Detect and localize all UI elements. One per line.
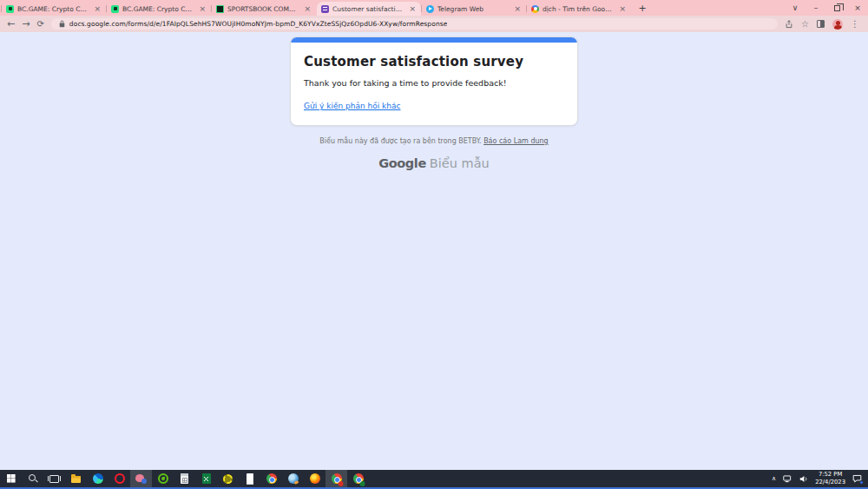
bookmark-star-icon[interactable]: ☆: [801, 19, 809, 29]
taskbar-antivirus-app[interactable]: [152, 470, 174, 487]
antivirus-icon: [156, 472, 169, 486]
menu-dots-icon[interactable]: ⋮: [851, 19, 859, 29]
reload-button[interactable]: ⟳: [36, 20, 43, 29]
tab-title: SPORTSBOOK COMMUNITY SUR: [227, 5, 299, 13]
tab-title: Customer satisfaction survey: [332, 5, 404, 13]
network-icon[interactable]: [783, 475, 792, 483]
tab-close-icon[interactable]: ×: [198, 5, 207, 13]
restore-button[interactable]: [826, 0, 847, 16]
tab-strip: BC.GAME: Crypto Casino Games × BC.GAME: …: [0, 0, 868, 16]
chrome-profile-2-icon: [352, 472, 365, 486]
bcgame-icon: [6, 5, 14, 13]
browser-tab[interactable]: SPORTSBOOK COMMUNITY SUR ×: [212, 2, 316, 16]
screen: BC.GAME: Crypto Casino Games × BC.GAME: …: [0, 0, 868, 489]
taskbar-task-view-button[interactable]: [43, 470, 65, 487]
forward-button[interactable]: →: [22, 19, 30, 29]
restore-icon: [834, 5, 840, 11]
taskbar-search-button[interactable]: [22, 470, 43, 487]
taskbar-start-button[interactable]: [0, 470, 22, 487]
globe-app-icon: [286, 472, 299, 486]
notification-badge: [859, 480, 864, 485]
opera-icon: [113, 472, 126, 486]
window-controls: ∨ – ×: [785, 0, 868, 16]
page-content: Customer satisfaction survey Thank you f…: [0, 32, 868, 470]
tab-close-icon[interactable]: ×: [513, 5, 522, 13]
task-view-icon: [48, 472, 61, 486]
form-title: Customer satisfaction survey: [304, 54, 564, 69]
firefox-icon: [308, 472, 321, 486]
taskbar-firefox[interactable]: [304, 470, 326, 487]
start-icon: [4, 472, 17, 486]
submit-another-response-link[interactable]: Gửi ý kiến phản hồi khác: [304, 102, 401, 110]
telegram-icon: [426, 5, 434, 13]
taskbar: ∧ 7:52 PM 22/4/2023: [0, 470, 868, 487]
taskbar-clock[interactable]: 7:52 PM 22/4/2023: [815, 471, 845, 486]
volume-icon[interactable]: [799, 475, 808, 483]
notepad-icon: [243, 472, 256, 486]
tab-close-icon[interactable]: ×: [303, 5, 312, 13]
taskbar-file-explorer[interactable]: [65, 470, 87, 487]
report-abuse-link[interactable]: Báo cáo Lạm dụng: [483, 137, 549, 145]
hidden-icons-chevron-icon[interactable]: ∧: [772, 475, 776, 482]
browser-tab[interactable]: Telegram Web ×: [422, 2, 526, 16]
tab-close-icon[interactable]: ×: [93, 5, 102, 13]
sportsbook-icon: [216, 5, 224, 13]
clock-time: 7:52 PM: [815, 471, 845, 479]
toolbar-actions: ☆ ⋮: [785, 19, 861, 30]
google-wordmark: Google: [378, 156, 426, 170]
taskbar-notepad[interactable]: [239, 470, 260, 487]
system-tray: ∧ 7:52 PM 22/4/2023: [772, 470, 868, 487]
taskbar-apps: [0, 470, 369, 487]
taskbar-settings-gear-app[interactable]: [217, 470, 239, 487]
chrome-profile-1-icon: [330, 472, 343, 486]
tab-search-chevron-icon[interactable]: ∨: [785, 0, 806, 16]
chrome-icon: [265, 472, 278, 486]
forms-wordmark: Biểu mẫu: [430, 156, 490, 170]
browser-tab[interactable]: BC.GAME: Crypto Casino Games ×: [2, 2, 106, 16]
tab-close-icon[interactable]: ×: [408, 5, 417, 13]
browser-tab[interactable]: Customer satisfaction survey ×: [317, 2, 421, 16]
browser-tab[interactable]: BC.GAME: Crypto Casino Games ×: [107, 2, 211, 16]
taskbar-excel[interactable]: [195, 470, 217, 487]
close-window-button[interactable]: ×: [847, 0, 868, 16]
clock-date: 22/4/2023: [815, 479, 845, 486]
back-button[interactable]: ←: [7, 19, 15, 29]
search-icon: [26, 472, 39, 486]
tab-title: BC.GAME: Crypto Casino Games: [17, 5, 89, 13]
browser-toolbar: ← → ⟳ docs.google.com/forms/d/e/1FAIpQLS…: [0, 16, 868, 32]
form-card: Customer satisfaction survey Thank you f…: [290, 36, 578, 126]
taskbar-globe-app[interactable]: [282, 470, 304, 487]
taskbar-edge[interactable]: [87, 470, 108, 487]
file-explorer-icon: [69, 472, 82, 486]
excel-icon: [200, 472, 213, 486]
profile-avatar[interactable]: [832, 19, 843, 30]
taskbar-chrome[interactable]: [260, 470, 282, 487]
minimize-button[interactable]: –: [806, 0, 826, 16]
google-forms-logo: GoogleBiểu mẫu: [290, 155, 578, 171]
edge-icon: [91, 472, 104, 486]
taskbar-chrome-profile-2[interactable]: [347, 470, 369, 487]
taskbar-media-app[interactable]: [130, 470, 152, 487]
new-tab-button[interactable]: +: [635, 1, 649, 15]
share-icon[interactable]: [785, 20, 793, 29]
url-text[interactable]: docs.google.com/forms/d/e/1FAIpQLSehHS7W…: [69, 20, 448, 28]
taskbar-chrome-profile-1[interactable]: [326, 470, 347, 487]
taskbar-opera[interactable]: [108, 470, 130, 487]
side-panel-icon[interactable]: [817, 20, 825, 28]
action-center-icon[interactable]: [852, 474, 862, 483]
lock-icon: [59, 20, 65, 28]
form-footer-notice: Biểu mẫu này đã được tạo ra bên trong BE…: [290, 137, 578, 145]
tab-title: dịch - Tìm trên Google: [542, 5, 615, 13]
browser-tab[interactable]: dịch - Tìm trên Google ×: [527, 2, 631, 16]
tab-close-icon[interactable]: ×: [618, 5, 627, 13]
taskbar-calculator[interactable]: [174, 470, 195, 487]
forms-icon: [321, 5, 329, 13]
notice-text: Biểu mẫu này đã được tạo ra bên trong BE…: [319, 137, 483, 145]
tab-title: Telegram Web: [437, 5, 510, 13]
google-icon: [531, 5, 539, 13]
form-confirmation-message: Thank you for taking a time to provide f…: [304, 78, 564, 88]
calculator-icon: [178, 472, 191, 486]
address-bar[interactable]: docs.google.com/forms/d/e/1FAIpQLSehHS7W…: [51, 18, 778, 30]
settings-gear-icon: [221, 472, 234, 486]
bcgame-icon: [111, 5, 119, 13]
